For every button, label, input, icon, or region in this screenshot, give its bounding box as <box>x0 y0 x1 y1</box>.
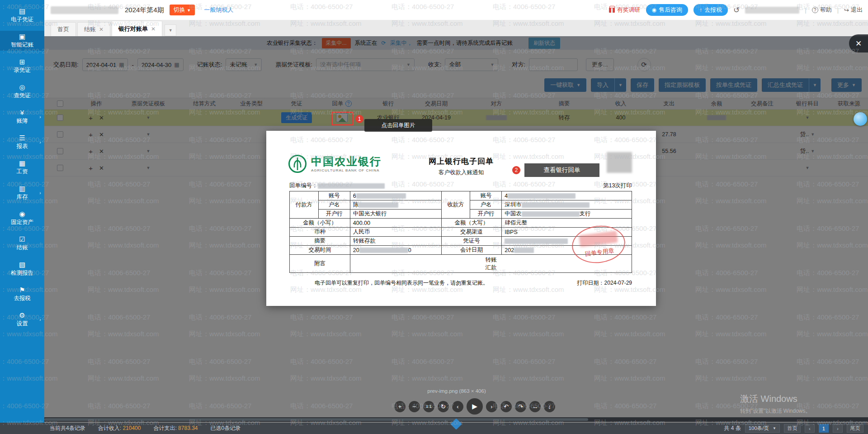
rotate-left-icon[interactable]: ↶ <box>500 401 512 412</box>
rotate-right-icon[interactable]: ↷ <box>515 401 526 412</box>
settle-icon: ☑ <box>19 236 25 243</box>
next-icon[interactable]: › <box>486 401 497 412</box>
report-icon: ☰ <box>19 134 25 142</box>
print-date: 打印日期：2024-07-29 <box>577 279 632 287</box>
sidebar-item[interactable]: ◉固定资产 <box>0 208 44 228</box>
logout-link[interactable]: ↪ 退出 <box>844 6 863 14</box>
inventory-icon: ▥ <box>19 185 25 192</box>
accounting-period: 2024年第4期 <box>125 6 164 14</box>
guide-step1-badge: 1 <box>355 115 363 123</box>
sidebar-item[interactable]: ▧检测报告 <box>0 259 44 279</box>
company-name-redacted <box>51 6 118 14</box>
sidebar-item[interactable]: ☑结账 <box>0 234 44 253</box>
go-tax-button[interactable]: ↑ 去报税 <box>693 4 728 16</box>
sidebar-item-label: 检测报告 <box>11 269 33 277</box>
tab-item[interactable]: 结账✕ <box>77 22 110 36</box>
bottom-status-bar: 当前共4条记录 合计收入: 210400 合计支出: 8783.34 已选0条记… <box>0 423 868 434</box>
current-page-button[interactable]: 1 <box>819 424 829 433</box>
actual-size-icon[interactable]: 1:1 <box>423 401 434 412</box>
view-bank-receipt-button[interactable]: 查看银行回单 <box>524 163 599 177</box>
sidebar-item-label: 设置 <box>17 320 28 328</box>
play-icon[interactable]: ▶ <box>467 398 483 415</box>
tab-bar: 首页结账✕银行对账单✕▼ <box>44 20 868 36</box>
sidebar-item[interactable]: ▦工资 <box>0 157 44 177</box>
image-caption: prev-img.png (863 × 406) <box>389 388 524 394</box>
sidebar-item[interactable]: ▥库存› <box>0 183 44 203</box>
print-count: 第13次打印 <box>603 182 632 190</box>
selected-count: 已选0条记录 <box>211 424 241 432</box>
username-redacted <box>745 7 799 14</box>
ledger-icon: ¥ <box>20 109 24 116</box>
flip-vertical-icon[interactable]: ↕ <box>544 401 555 412</box>
qr-code-redacted <box>607 152 632 173</box>
smart-icon: ▣ <box>19 33 25 40</box>
receipt-preview-modal: 中国农业银行 AGRICULTURAL BANK OF CHINA 网上银行电子… <box>266 131 656 306</box>
assistant-mascot[interactable] <box>854 112 867 126</box>
sidebar-item[interactable]: ⚑去报税 <box>0 284 44 304</box>
scrollbar-thumb[interactable] <box>44 418 588 421</box>
divider: | <box>837 7 839 14</box>
stamp-bank-name-redacted <box>579 231 618 247</box>
zoom-in-icon[interactable]: + <box>394 401 406 412</box>
receipt-no-redacted <box>318 183 385 189</box>
tax-icon: ⚑ <box>19 286 25 294</box>
sidebar-item-label: 录凭证 <box>14 67 31 74</box>
chevron-down-icon: ▼ <box>187 8 191 13</box>
help-link[interactable]: ? 帮助 <box>812 6 832 14</box>
page-size-select[interactable]: 100条/页▼ <box>745 424 780 433</box>
upload-icon: ↑ <box>699 7 702 13</box>
sidebar-item-label: 电子凭证 <box>11 16 33 24</box>
close-icon[interactable]: ✕ <box>99 26 104 33</box>
last-page-button[interactable]: 尾页 <box>847 424 863 433</box>
tab-item[interactable]: 首页 <box>51 22 76 36</box>
sidebar-item[interactable]: ▤电子凭证 <box>0 5 44 25</box>
inspect-icon: ▧ <box>19 261 25 268</box>
survey-link[interactable]: 有奖调研 <box>609 6 641 14</box>
sidebar-item-label: 工资 <box>17 168 28 176</box>
close-icon[interactable]: ✕ <box>151 26 156 32</box>
gift-icon <box>609 8 615 13</box>
receipt-footer-note: 电子回单可以重复打印，回单编号相同表示同一笔业务，请勿重复记账。 <box>315 279 488 287</box>
headset-icon: ◉ <box>652 7 656 13</box>
prev-icon[interactable]: ‹ <box>452 401 463 412</box>
doc-icon: ▤ <box>19 8 25 15</box>
chevron-right-icon: › <box>39 190 41 196</box>
sidebar-item[interactable]: ¥账簿› <box>0 107 44 127</box>
question-icon: ? <box>812 7 818 13</box>
aftersale-button[interactable]: ◉ 售后咨询 <box>646 4 688 16</box>
sidebar-item[interactable]: ◎查凭证 <box>0 81 44 101</box>
total-expense: 合计支出: 8783.34 <box>153 424 198 432</box>
receipt-subtitle: 客户收款入账通知 <box>416 169 506 176</box>
tab-active[interactable]: 银行对账单✕ <box>112 21 162 36</box>
refresh-icon[interactable]: ↻ <box>438 401 449 412</box>
chevron-right-icon: › <box>39 317 41 322</box>
first-page-button[interactable]: 首页 <box>784 424 801 433</box>
close-icon[interactable]: ✕ <box>849 34 868 52</box>
next-page-button[interactable]: › <box>833 424 843 433</box>
switch-period-button[interactable]: 切换 ▼ <box>170 5 195 15</box>
tab-list-dropdown[interactable]: ▼ <box>165 24 176 36</box>
sidebar-item-label: 账簿 <box>17 117 28 125</box>
prev-page-button[interactable]: ‹ <box>805 424 815 433</box>
receipt-title: 网上银行电子回单 <box>416 156 506 167</box>
sidebar-item[interactable]: ⚙设置› <box>0 310 44 329</box>
top-header: 2024年第4期 切换 ▼ 一般纳税人 有奖调研 ◉ 售后咨询 ↑ 去报税 ↺ … <box>44 0 868 20</box>
sidebar-item-label: 去报税 <box>14 295 31 302</box>
abc-bank-icon <box>288 154 307 173</box>
sidebar-item[interactable]: ☰报表› <box>0 132 44 152</box>
sidebar-item[interactable]: ⊞录凭证 <box>0 56 44 76</box>
tab-label: 银行对账单 <box>118 25 148 33</box>
taxpayer-type-link[interactable]: 一般纳税人 <box>204 6 233 14</box>
windows-activate-watermark: 激活 Windows 转到"设置"以激活 Windows。 <box>740 393 811 415</box>
chevron-right-icon: › <box>39 139 41 145</box>
undo-icon[interactable]: ↺ <box>733 5 740 15</box>
gear-icon: ⚙ <box>19 312 25 319</box>
sidebar-item-label: 报表 <box>17 143 28 150</box>
flip-horizontal-icon[interactable]: ↔ <box>529 401 541 412</box>
header-right-group: 有奖调研 ◉ 售后咨询 ↑ 去报税 ↺ | ? 帮助 | ↪ 退出 <box>609 4 863 16</box>
zoom-out-icon[interactable]: − <box>409 401 420 412</box>
sidebar-item-label: 库存 <box>17 193 28 201</box>
receipt-title-block: 网上银行电子回单 客户收款入账通知 <box>416 156 506 176</box>
sidebar-item[interactable]: ▣智能记账 <box>0 31 44 51</box>
search-icon: ◎ <box>19 84 25 91</box>
